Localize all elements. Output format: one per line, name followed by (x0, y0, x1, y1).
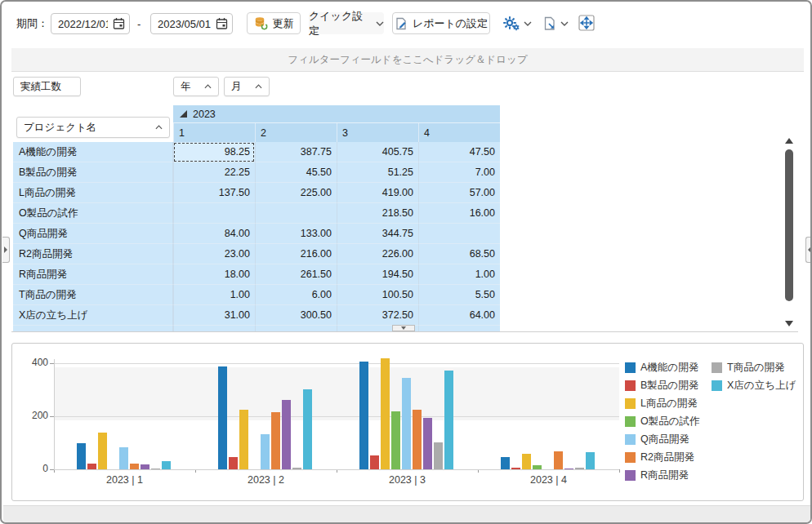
data-cell[interactable]: 16.00 (418, 203, 500, 224)
row-label[interactable]: L商品の開発 (13, 183, 173, 203)
report-settings-label: レポートの設定 (413, 16, 488, 31)
data-cell[interactable] (418, 326, 500, 331)
data-cell[interactable] (173, 326, 255, 331)
data-cell[interactable]: 31.00 (173, 305, 255, 326)
data-cell[interactable]: 84.00 (173, 224, 255, 244)
year-header[interactable]: 2023 (173, 105, 500, 123)
footer-bar (3, 505, 810, 523)
filter-drop-zone[interactable]: フィルターフィールドをここへドラッグ＆ドロップ (11, 48, 804, 72)
data-cell[interactable]: 98.25 (173, 142, 255, 162)
month-header-cell[interactable]: 2 (255, 123, 337, 142)
data-cell[interactable]: 387.75 (255, 142, 337, 162)
period-label: 期間： (16, 13, 48, 34)
bar-R2商品開発 (413, 410, 422, 469)
legend-label: B製品の開発 (640, 379, 698, 393)
data-cell[interactable]: 1.00 (418, 264, 500, 285)
data-cell[interactable]: 68.50 (418, 244, 500, 264)
gear-icon (502, 16, 520, 32)
legend-swatch (625, 380, 636, 391)
report-window: 期間： - 更新 (0, 0, 812, 524)
expand-button[interactable] (578, 11, 595, 33)
data-cell[interactable]: 64.00 (418, 305, 500, 326)
data-cell[interactable]: 47.50 (418, 142, 500, 162)
legend-label: R2商品開発 (640, 451, 694, 464)
data-cell[interactable]: 45.50 (255, 162, 337, 183)
report-settings-icon (395, 17, 408, 30)
calendar-icon[interactable] (216, 17, 228, 30)
row-label[interactable]: Q商品開発 (13, 224, 173, 244)
row-label[interactable]: B製品の開発 (13, 162, 173, 183)
month-header-cell[interactable]: 3 (337, 123, 418, 142)
data-cell[interactable]: 419.00 (337, 183, 418, 203)
data-cell[interactable]: 51.25 (337, 162, 418, 183)
bar-L商品の開発 (381, 358, 390, 469)
data-cell[interactable]: 216.00 (255, 244, 337, 264)
legend-label: Q商品開発 (640, 433, 689, 446)
bar-A機能の開発 (359, 362, 368, 469)
scroll-thumb[interactable] (785, 149, 793, 301)
column-field-month-button[interactable]: 月 (224, 77, 270, 96)
data-cell[interactable]: 226.00 (337, 244, 418, 264)
column-field-year-button[interactable]: 年 (173, 77, 219, 96)
row-label[interactable]: R商品開発 (13, 264, 173, 285)
chevron-down-icon (524, 21, 532, 26)
quick-settings-button[interactable]: クイック設定 (309, 12, 384, 34)
data-cell[interactable]: 57.00 (418, 183, 500, 203)
month-header-cell[interactable]: 4 (418, 123, 500, 142)
chevron-up-icon (204, 84, 212, 89)
data-cell[interactable]: 100.50 (337, 285, 418, 305)
row-label[interactable]: O製品の試作 (13, 203, 173, 224)
data-cell[interactable]: 133.00 (255, 224, 337, 244)
scroll-up-arrow[interactable] (785, 138, 793, 144)
collapse-triangle-icon[interactable] (180, 110, 187, 118)
data-cell[interactable]: 344.75 (337, 224, 418, 244)
gridline (54, 416, 619, 417)
left-splitter-handle[interactable] (2, 237, 10, 263)
legend-item: X店の立ち上げ (712, 380, 796, 392)
settings-gear-button[interactable] (502, 12, 532, 34)
export-button[interactable] (542, 12, 569, 34)
data-cell[interactable]: 1.00 (173, 285, 255, 305)
row-label[interactable] (13, 326, 173, 331)
calendar-icon[interactable] (113, 17, 125, 30)
bar-X店の立ち上げ (586, 452, 595, 469)
bar-X店の立ち上げ (444, 371, 453, 469)
legend-label: X店の立ち上げ (727, 379, 796, 393)
v-scrollbar[interactable] (782, 136, 796, 331)
legend-item: O製品の試作 (625, 415, 700, 428)
refresh-button[interactable]: 更新 (247, 12, 301, 34)
pivot-bottom-border (11, 331, 798, 332)
row-label[interactable]: R2商品開発 (13, 244, 173, 264)
data-cell[interactable]: 6.00 (255, 285, 337, 305)
data-cell[interactable] (255, 203, 337, 224)
data-cell[interactable]: 300.50 (255, 305, 337, 326)
measure-field-button[interactable]: 実績工数 (13, 77, 81, 96)
x-tick (619, 469, 620, 473)
data-cell[interactable]: 23.00 (173, 244, 255, 264)
data-cell[interactable] (173, 203, 255, 224)
data-cell[interactable]: 372.50 (337, 305, 418, 326)
x-axis-label: 2023 | 2 (209, 474, 323, 486)
y-axis (54, 359, 55, 469)
row-label[interactable]: X店の立ち上げ (13, 305, 173, 326)
data-cell[interactable]: 194.50 (337, 264, 418, 285)
data-cell[interactable]: 7.00 (418, 162, 500, 183)
scroll-down-widget[interactable] (392, 325, 415, 331)
report-settings-button[interactable]: レポートの設定 (392, 12, 490, 34)
month-header-cell[interactable]: 1 (173, 123, 255, 142)
data-cell[interactable]: 137.50 (173, 183, 255, 203)
data-cell[interactable]: 5.50 (418, 285, 500, 305)
data-cell[interactable] (418, 224, 500, 244)
data-cell[interactable] (255, 326, 337, 331)
data-cell[interactable]: 225.00 (255, 183, 337, 203)
row-label[interactable]: T商品の開発 (13, 285, 173, 305)
data-cell[interactable]: 18.00 (173, 264, 255, 285)
data-cell[interactable]: 218.50 (337, 203, 418, 224)
export-icon (542, 16, 557, 31)
scroll-down-arrow[interactable] (785, 321, 793, 326)
data-cell[interactable]: 22.25 (173, 162, 255, 183)
right-splitter-handle[interactable] (805, 237, 812, 263)
data-cell[interactable]: 261.50 (255, 264, 337, 285)
row-label[interactable]: A機能の開発 (13, 142, 173, 162)
data-cell[interactable]: 405.75 (337, 142, 418, 162)
